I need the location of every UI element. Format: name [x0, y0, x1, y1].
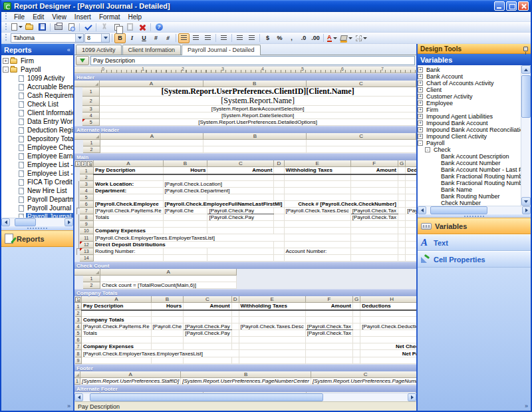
tab-1099-activity[interactable]: 1099 Activity: [76, 45, 122, 55]
column-header-e[interactable]: E: [239, 296, 305, 303]
column-header-a[interactable]: A: [80, 371, 180, 378]
variables-tree-item-bank-account-description[interactable]: Bank Account Description: [418, 153, 521, 160]
scrollbar-thumb[interactable]: [90, 393, 323, 401]
grid-cell[interactable]: [398, 242, 405, 248]
grid-cell[interactable]: [203, 140, 307, 146]
grid-cell[interactable]: Totals: [82, 330, 152, 337]
grid-cell[interactable]: [100, 146, 203, 153]
reports-tree-item-1099-activity[interactable]: 1099 Activity: [1, 74, 73, 83]
grid-cell[interactable]: [239, 350, 305, 357]
variables-tree-item-impound-bank-account-reconciliation[interactable]: +Impound Bank Account Reconciliation: [418, 126, 521, 133]
reports-tree-item-employee-check-re[interactable]: Employee Check Re: [1, 143, 73, 152]
grid-cell[interactable]: [350, 181, 398, 188]
collapse-panel-icon[interactable]: «: [67, 47, 70, 53]
menu-insert[interactable]: Insert: [70, 13, 95, 21]
reports-tree-item-fica-tip-credit-sum[interactable]: FICA Tip Credit Sum: [1, 178, 73, 186]
section-bar-company-totals[interactable]: Company Totals: [74, 289, 416, 296]
grid-cell[interactable]: [Payroll.Che: [151, 323, 184, 330]
currency-style-button[interactable]: $: [262, 33, 273, 43]
grid-cell[interactable]: [305, 350, 352, 357]
grid-cell[interactable]: [System.Report.DateSelection]: [100, 112, 416, 119]
tree-expander-icon[interactable]: +: [418, 107, 423, 112]
variables-tree-item-impound-agent-liabilities[interactable]: +Impound Agent Liabilities: [418, 113, 521, 120]
grid-cell[interactable]: [406, 214, 416, 221]
grid-cell[interactable]: [398, 255, 405, 262]
grid-cell[interactable]: [352, 330, 360, 337]
grid-cell[interactable]: [Payroll.Check.Pay: [207, 214, 274, 221]
grid-cell[interactable]: [406, 181, 416, 188]
scroll-left-icon[interactable]: [1, 218, 10, 226]
underline-button[interactable]: U: [138, 33, 150, 43]
grid-cell[interactable]: [274, 255, 284, 262]
grid-cell[interactable]: [274, 214, 284, 221]
grid-cell[interactable]: [274, 221, 284, 228]
variables-tree-item-firm[interactable]: +Firm: [418, 106, 521, 113]
row-header[interactable]: 2: [83, 282, 100, 289]
section-bar-alternate-footer[interactable]: Alternate Footer: [74, 385, 416, 392]
open-button[interactable]: [23, 22, 35, 32]
grid-cell[interactable]: [184, 317, 232, 323]
grid-cell[interactable]: [406, 242, 416, 248]
align-right-button[interactable]: [202, 33, 213, 43]
select-all-corner[interactable]: [74, 133, 100, 140]
scrollbar-thumb[interactable]: [521, 75, 531, 118]
grid-cell[interactable]: [System.Report.UserPreferences.DetailedO…: [100, 119, 416, 126]
row-header[interactable]: 8: [80, 214, 94, 221]
grid-cell[interactable]: [163, 228, 207, 234]
grid-cell[interactable]: [284, 234, 350, 242]
row-header[interactable]: 4: [75, 323, 82, 330]
grid-cell[interactable]: [398, 248, 405, 255]
grid-cell[interactable]: [284, 221, 350, 228]
outline-level-button[interactable]: 3: [87, 161, 92, 166]
variables-tree-item-bank[interactable]: +Bank: [418, 67, 521, 73]
column-header-c[interactable]: C: [306, 81, 416, 87]
cell-properties-task-button[interactable]: Cell Properties: [418, 251, 531, 268]
grid-cell[interactable]: [Payroll.Check.Deduction: [360, 323, 416, 330]
grid-cell[interactable]: [305, 343, 352, 350]
grid-cell[interactable]: Totals: [94, 214, 164, 221]
grid-cell[interactable]: [305, 357, 352, 364]
grid-cell[interactable]: [274, 174, 284, 181]
row-header[interactable]: 1: [82, 87, 100, 97]
reports-tree-item-payroll[interactable]: -Payroll: [1, 65, 73, 74]
column-header-b[interactable]: B: [181, 371, 311, 378]
column-header-b[interactable]: B: [163, 160, 207, 167]
column-header-c[interactable]: C: [311, 371, 416, 378]
tree-expander-icon[interactable]: -: [3, 67, 9, 73]
grid-cell[interactable]: [151, 330, 184, 337]
variables-tree-item-customer-activity[interactable]: +Customer Activity: [418, 93, 521, 100]
grid-cell[interactable]: [398, 214, 405, 221]
grid-cell[interactable]: Company Expenses: [94, 228, 164, 234]
row-header[interactable]: 2: [75, 310, 82, 317]
grid-cell[interactable]: [284, 255, 350, 262]
grid-cell[interactable]: [231, 357, 239, 364]
reports-tree-item-payroll-journal-con[interactable]: Payroll Journal - Con: [1, 204, 73, 212]
grid-cell[interactable]: [350, 188, 398, 194]
paste-button[interactable]: [124, 22, 136, 32]
grid-cell[interactable]: [398, 174, 405, 181]
row-header[interactable]: 2: [83, 146, 100, 153]
tree-expander-icon[interactable]: +: [3, 58, 9, 64]
grid-cell[interactable]: [350, 221, 398, 228]
grid-cell[interactable]: [94, 255, 164, 262]
grid-cell[interactable]: [163, 214, 207, 221]
select-all-corner[interactable]: [74, 371, 80, 378]
grid-cell[interactable]: [350, 174, 398, 181]
bold-button[interactable]: B: [114, 33, 126, 43]
grid-cell[interactable]: [274, 181, 284, 188]
row-header[interactable]: 5: [75, 330, 82, 337]
grid-cell[interactable]: [151, 337, 184, 343]
grid-cell[interactable]: [Payroll.Check.EmployerTaxes.EmployerTax…: [94, 234, 285, 242]
column-header-a[interactable]: A: [82, 296, 152, 303]
row-header[interactable]: 14: [80, 255, 94, 262]
grid-cell[interactable]: [350, 234, 398, 242]
grid-cell[interactable]: [239, 310, 305, 317]
grid-cell[interactable]: Hours: [151, 303, 184, 310]
scroll-right-icon[interactable]: [522, 206, 531, 214]
borders-button[interactable]: [354, 33, 368, 43]
chevron-down-icon[interactable]: [101, 34, 109, 42]
variables-tree-item-bank-fractional-routing-number[interactable]: Bank Fractional Routing Number: [418, 173, 521, 180]
grid-cell[interactable]: [352, 357, 360, 364]
grid-cell[interactable]: [274, 248, 284, 255]
column-header-g[interactable]: G: [352, 296, 360, 303]
